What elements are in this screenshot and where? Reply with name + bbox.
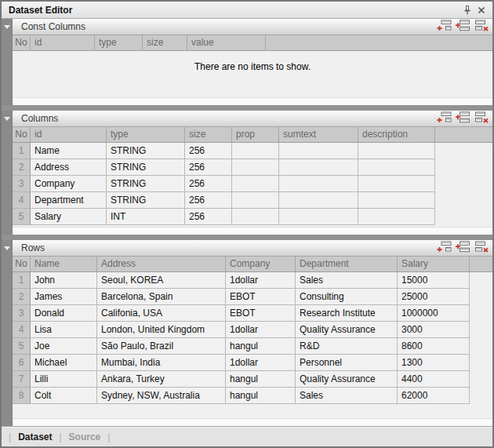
- cell[interactable]: London, United Kingdom: [97, 322, 226, 338]
- row-number-cell[interactable]: 3: [13, 305, 31, 322]
- cell[interactable]: hangul: [226, 371, 296, 388]
- column-header[interactable]: No: [13, 35, 31, 50]
- cell[interactable]: São Paulo, Brazil: [97, 338, 226, 355]
- row-number-cell[interactable]: 5: [13, 209, 31, 225]
- cell[interactable]: [279, 143, 358, 159]
- cell[interactable]: Quality Assurance: [296, 322, 398, 338]
- cell[interactable]: Lilli: [31, 371, 97, 388]
- cell[interactable]: hangul: [226, 338, 296, 355]
- cell[interactable]: 15000: [398, 272, 470, 289]
- cell[interactable]: R&D: [296, 338, 398, 355]
- cell[interactable]: EBOT: [226, 289, 296, 305]
- row-number-cell[interactable]: 1: [13, 272, 31, 289]
- row-number-cell[interactable]: 5: [13, 338, 31, 355]
- column-header[interactable]: Company: [226, 257, 296, 271]
- close-button[interactable]: [474, 3, 489, 16]
- collapse-arrow-icon[interactable]: [4, 246, 10, 250]
- column-header[interactable]: prop: [232, 127, 279, 142]
- cell[interactable]: 256: [185, 176, 232, 192]
- column-header[interactable]: No: [13, 257, 31, 271]
- cell[interactable]: 62000: [398, 388, 470, 404]
- cell[interactable]: [358, 143, 435, 159]
- column-header[interactable]: Department: [296, 257, 398, 271]
- cell[interactable]: Donald: [31, 305, 97, 322]
- cell[interactable]: James: [31, 289, 97, 305]
- cell[interactable]: 1dollar: [226, 272, 296, 289]
- cell[interactable]: Consulting: [296, 289, 398, 305]
- cell[interactable]: Address: [31, 159, 107, 176]
- cell[interactable]: [279, 192, 358, 209]
- cell[interactable]: 4400: [398, 371, 470, 388]
- cell[interactable]: Sales: [296, 388, 398, 404]
- cell[interactable]: [279, 176, 358, 192]
- column-header[interactable]: type: [95, 35, 143, 50]
- row-number-cell[interactable]: 2: [13, 159, 31, 176]
- cell[interactable]: 3000: [398, 322, 470, 338]
- cell[interactable]: [358, 209, 435, 225]
- cell[interactable]: [232, 143, 279, 159]
- cell[interactable]: Mumbai, India: [97, 355, 226, 371]
- row-number-cell[interactable]: 7: [13, 371, 31, 388]
- column-header[interactable]: Name: [31, 257, 97, 271]
- column-header[interactable]: description: [358, 127, 435, 142]
- column-header[interactable]: No: [13, 127, 31, 142]
- add-row-button[interactable]: [437, 113, 452, 125]
- row-number-cell[interactable]: 4: [13, 192, 31, 209]
- insert-row-button[interactable]: [456, 113, 470, 125]
- column-header[interactable]: value: [187, 35, 266, 50]
- column-header[interactable]: size: [185, 127, 232, 142]
- cell[interactable]: Sydney, NSW, Australia: [97, 388, 226, 404]
- cell[interactable]: 1300: [398, 355, 470, 371]
- cell[interactable]: Name: [31, 143, 107, 159]
- cell[interactable]: hangul: [226, 388, 296, 404]
- row-number-cell[interactable]: 2: [13, 289, 31, 305]
- cell[interactable]: 256: [185, 143, 232, 159]
- cell[interactable]: Research Institute: [296, 305, 398, 322]
- collapse-arrow-icon[interactable]: [4, 25, 10, 29]
- cell[interactable]: Quality Assurance: [296, 371, 398, 388]
- delete-row-button[interactable]: [474, 113, 489, 125]
- cell[interactable]: STRING: [107, 192, 185, 209]
- column-header[interactable]: sumtext: [279, 127, 358, 142]
- cell[interactable]: Barcelona, Spain: [97, 289, 226, 305]
- cell[interactable]: STRING: [107, 159, 185, 176]
- cell[interactable]: [358, 192, 435, 209]
- cell[interactable]: [232, 159, 279, 176]
- cell[interactable]: [358, 176, 435, 192]
- cell[interactable]: 256: [185, 159, 232, 176]
- delete-row-button[interactable]: [474, 21, 489, 33]
- cell[interactable]: Personnel: [296, 355, 398, 371]
- column-header[interactable]: size: [143, 35, 187, 50]
- tab-dataset[interactable]: Dataset: [18, 432, 52, 443]
- cell[interactable]: Califonia, USA: [97, 305, 226, 322]
- cell[interactable]: Company: [31, 176, 107, 192]
- cell[interactable]: 1dollar: [226, 322, 296, 338]
- cell[interactable]: 256: [185, 192, 232, 209]
- delete-row-button[interactable]: [474, 242, 489, 254]
- cell[interactable]: [279, 159, 358, 176]
- insert-row-button[interactable]: [456, 21, 470, 33]
- cell[interactable]: [232, 176, 279, 192]
- column-header[interactable]: Salary: [398, 257, 470, 271]
- cell[interactable]: [358, 159, 435, 176]
- cell[interactable]: 256: [185, 209, 232, 225]
- cell[interactable]: 25000: [398, 289, 470, 305]
- cell[interactable]: Colt: [31, 388, 97, 404]
- cell[interactable]: [279, 209, 358, 225]
- row-number-cell[interactable]: 8: [13, 388, 31, 404]
- add-row-button[interactable]: [437, 242, 452, 254]
- cell[interactable]: Department: [31, 192, 107, 209]
- cell[interactable]: 1dollar: [226, 355, 296, 371]
- cell[interactable]: Lisa: [31, 322, 97, 338]
- row-number-cell[interactable]: 1: [13, 143, 31, 159]
- cell[interactable]: Michael: [31, 355, 97, 371]
- add-row-button[interactable]: [437, 21, 452, 33]
- cell[interactable]: [232, 192, 279, 209]
- column-header[interactable]: Address: [97, 257, 226, 271]
- insert-row-button[interactable]: [456, 242, 470, 254]
- cell[interactable]: Seoul, KOREA: [97, 272, 226, 289]
- cell[interactable]: STRING: [107, 143, 185, 159]
- pin-button[interactable]: [460, 3, 474, 16]
- row-number-cell[interactable]: 6: [13, 355, 31, 371]
- cell[interactable]: EBOT: [226, 305, 296, 322]
